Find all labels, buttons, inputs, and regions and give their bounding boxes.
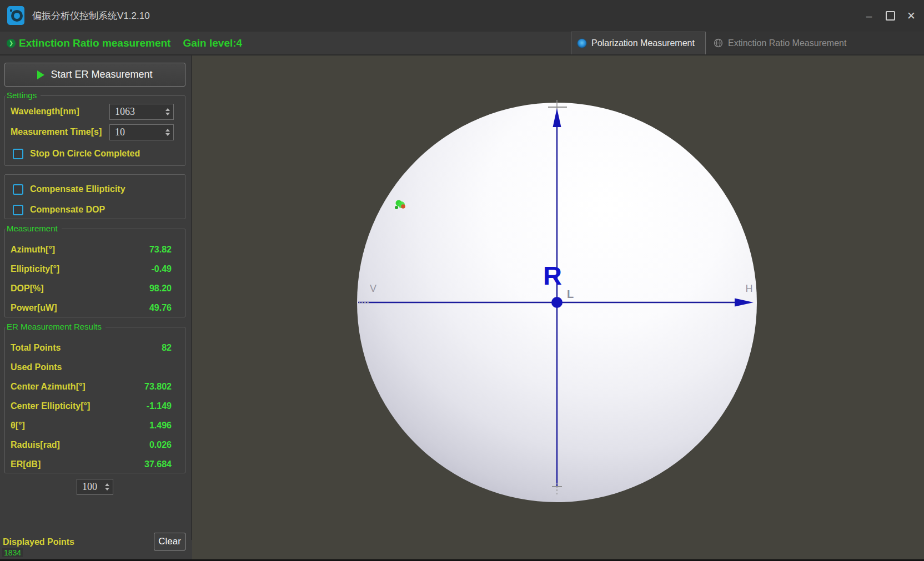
displayed-points-spinbox[interactable] xyxy=(77,479,113,495)
measurement-group: Azimuth[°] 73.82 Ellipticity[°] -0.49 DO… xyxy=(4,229,185,317)
measurement-group-title: Measurement xyxy=(6,224,62,233)
measurement-time-spinbox[interactable] xyxy=(109,124,174,140)
tab-polarization-measurement[interactable]: Polarization Measurement xyxy=(571,32,706,54)
start-button-label: Start ER Measurement xyxy=(51,69,152,80)
v-axis-label: V xyxy=(370,283,376,294)
spin-up-button[interactable] xyxy=(165,108,170,111)
settings-group: Wavelength[nm] Measurement Time[s] xyxy=(4,95,185,166)
globe-icon xyxy=(714,38,723,48)
tab-label: Polarization Measurement xyxy=(591,38,695,48)
checkbox-icon xyxy=(13,149,23,159)
wavelength-input[interactable] xyxy=(110,106,163,118)
poincare-sphere-viewport[interactable]: R L V H xyxy=(192,55,924,561)
row-label: Center Ellipticity[°] xyxy=(11,401,90,411)
window-controls: – ✕ xyxy=(862,0,918,32)
play-icon xyxy=(37,70,44,79)
camera-lens-icon xyxy=(11,10,23,22)
row-label: Total Points xyxy=(11,343,61,353)
row-label: ER[dB] xyxy=(11,459,41,469)
chevron-circle-icon: ❯ xyxy=(7,39,16,48)
row-label: Raduis[rad] xyxy=(11,440,60,450)
measurement-time-input[interactable] xyxy=(110,127,163,138)
maximize-button[interactable] xyxy=(883,9,897,23)
row-label: Center Azimuth[°] xyxy=(11,382,86,392)
measurement-row: Power[uW] 49.76 xyxy=(11,302,172,314)
row-value: -0.49 xyxy=(152,264,172,274)
row-value: 98.20 xyxy=(149,284,172,294)
row-label: Azimuth[°] xyxy=(11,245,55,255)
sidebar: Start ER Measurement Settings Wavelength… xyxy=(0,55,191,561)
row-label: Power[uW] xyxy=(11,303,57,313)
tab-label: Extinction Ratio Measurement xyxy=(728,38,846,48)
measurement-row: Ellipticity[°] -0.49 xyxy=(11,263,172,275)
er-row: ER[dB] 37.684 xyxy=(11,458,172,471)
app-icon xyxy=(7,6,24,25)
spin-down-button[interactable] xyxy=(165,133,170,136)
er-row: Used Points xyxy=(11,361,172,373)
status-area: ❯ Extinction Ratio measurement Gain leve… xyxy=(7,32,242,54)
toolbar: ❯ Extinction Ratio measurement Gain leve… xyxy=(0,32,924,55)
measurement-row: Azimuth[°] 73.82 xyxy=(11,244,172,256)
er-results-group-title: ER Measurement Results xyxy=(6,322,106,331)
settings-group-title: Settings xyxy=(6,90,41,100)
spin-down-button[interactable] xyxy=(165,113,170,115)
r-axis-label: R xyxy=(543,261,562,290)
measurement-time-label: Measurement Time[s] xyxy=(11,127,102,137)
checkbox-label: Stop On Circle Completed xyxy=(30,149,140,159)
wavelength-label: Wavelength[nm] xyxy=(11,107,79,117)
spin-up-button[interactable] xyxy=(105,483,109,486)
stop-on-circle-checkbox[interactable]: Stop On Circle Completed xyxy=(13,148,140,159)
row-label: θ[°] xyxy=(11,421,25,431)
checkbox-icon xyxy=(13,184,23,195)
application-window: 偏振分析仪控制系统V1.2.10 – ✕ ❯ Extinction Ratio … xyxy=(0,0,924,561)
checkbox-icon xyxy=(13,205,23,215)
displayed-points-input[interactable] xyxy=(77,481,103,493)
compensate-dop-checkbox[interactable]: Compensate DOP xyxy=(13,204,105,215)
er-row: Raduis[rad] 0.026 xyxy=(11,439,172,451)
er-row: θ[°] 1.496 xyxy=(11,420,172,432)
spin-down-button[interactable] xyxy=(105,488,109,491)
measurement-point-red xyxy=(401,204,405,209)
measurement-row: DOP[%] 98.20 xyxy=(11,282,172,295)
row-value: 82 xyxy=(162,343,172,353)
row-value: -1.149 xyxy=(147,401,172,411)
row-value: 49.76 xyxy=(149,303,172,313)
maximize-icon xyxy=(886,11,895,21)
window-title: 偏振分析仪控制系统V1.2.10 xyxy=(32,0,150,32)
displayed-points-label: Displayed Points xyxy=(3,537,74,547)
row-value: 73.802 xyxy=(144,382,172,392)
row-label: Used Points xyxy=(11,362,62,372)
row-label: DOP[%] xyxy=(11,284,44,294)
row-value: 0.026 xyxy=(149,440,172,450)
compensate-ellipticity-checkbox[interactable]: Compensate Ellipticity xyxy=(13,184,125,195)
er-results-group: Total Points 82 Used Points Center Azimu… xyxy=(4,327,185,473)
checkbox-label: Compensate Ellipticity xyxy=(30,184,125,194)
radio-selected-icon xyxy=(578,39,586,48)
poincare-sphere-scene: R L V H xyxy=(192,55,924,561)
row-value: 73.82 xyxy=(149,245,172,255)
er-row: Center Azimuth[°] 73.802 xyxy=(11,381,172,393)
close-button[interactable]: ✕ xyxy=(904,9,918,23)
clear-button[interactable]: Clear xyxy=(154,533,185,550)
wavelength-spinbox[interactable] xyxy=(109,104,174,120)
er-row: Total Points 82 xyxy=(11,342,172,354)
spin-up-button[interactable] xyxy=(165,129,170,132)
compensate-group: Compensate Ellipticity Compensate DOP xyxy=(4,174,185,219)
gain-level-label: Gain level:4 xyxy=(183,37,242,49)
tab-extinction-ratio-measurement[interactable]: Extinction Ratio Measurement xyxy=(714,32,869,54)
row-value: 37.684 xyxy=(144,459,172,469)
window-titlebar: 偏振分析仪控制系统V1.2.10 – ✕ xyxy=(0,0,924,32)
minimize-button[interactable]: – xyxy=(862,9,876,23)
er-status-label: Extinction Ratio measurement xyxy=(19,37,170,49)
er-row: Center Ellipticity[°] -1.149 xyxy=(11,400,172,412)
l-axis-label: L xyxy=(567,288,574,300)
row-value: 1.496 xyxy=(149,421,172,431)
h-axis-label: H xyxy=(746,283,753,294)
sphere-center-point xyxy=(551,297,563,308)
checkbox-label: Compensate DOP xyxy=(30,205,105,215)
start-er-measurement-button[interactable]: Start ER Measurement xyxy=(4,63,185,87)
status-counter: 1834 xyxy=(2,548,23,557)
row-label: Ellipticity[°] xyxy=(11,264,59,274)
